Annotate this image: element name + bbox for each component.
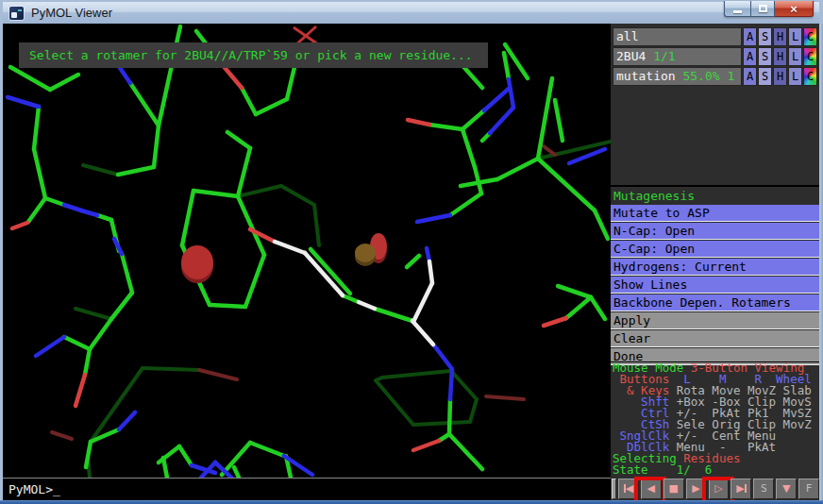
playback-button-step-forward[interactable]: ▷ <box>709 479 730 499</box>
object-action-button-a[interactable]: A <box>743 27 757 46</box>
object-action-button-s[interactable]: S <box>758 67 772 86</box>
object-action-button-h[interactable]: H <box>773 27 787 46</box>
bond-green <box>407 256 419 267</box>
bond-green <box>163 458 167 478</box>
mouse-mode-panel: Mouse Mode 3-Button Viewing Buttons L M … <box>611 361 819 476</box>
bond-green <box>462 110 484 129</box>
wizard-message-bar: Select a rotamer for 2BU4//A/TRP`59 or p… <box>19 42 488 68</box>
bond-green <box>449 399 450 434</box>
mutagenesis-button-hydrogens-current[interactable]: Hydrogens: Current <box>611 259 819 276</box>
maximize-button[interactable] <box>750 1 775 17</box>
bond-green <box>504 53 509 79</box>
molecule-scene <box>3 24 611 478</box>
clash-disc <box>355 244 376 262</box>
bond-red <box>413 441 439 450</box>
mutagenesis-button-mutate-to-asp[interactable]: Mutate to ASP <box>611 205 819 222</box>
object-state-text: 1/1 <box>653 49 675 63</box>
mutagenesis-button-apply[interactable]: Apply <box>611 312 819 329</box>
object-action-button-s[interactable]: S <box>758 47 772 66</box>
bond-dim_green <box>143 368 199 370</box>
s-mode-icon: S <box>761 483 767 494</box>
app-icon-dot <box>11 12 17 18</box>
object-name[interactable]: all <box>613 27 742 46</box>
bond-red <box>76 375 85 406</box>
bond-green <box>118 167 154 175</box>
window-border-bottom <box>0 500 823 504</box>
object-action-button-c[interactable]: C <box>803 27 817 46</box>
object-action-button-a[interactable]: A <box>743 67 757 86</box>
minimize-icon <box>733 10 742 13</box>
bond-dim_green <box>76 309 111 319</box>
minimize-button[interactable] <box>724 1 750 17</box>
object-action-button-c[interactable]: C <box>803 67 817 86</box>
mutagenesis-button-clear[interactable]: Clear <box>611 330 819 347</box>
object-action-button-l[interactable]: L <box>788 27 802 46</box>
bond-green <box>90 319 111 349</box>
bond-blue <box>490 108 513 133</box>
mutagenesis-button-backbone-depen-rotamers[interactable]: Backbone Depen. Rotamers <box>611 294 819 311</box>
side-panel: allASHLC2BU4 1/1ASHLCmutation 55.0% 1ASH… <box>611 24 819 500</box>
bond-dim_red <box>486 396 524 399</box>
mutagenesis-button-c-cap-open[interactable]: C-Cap: Open <box>611 241 819 258</box>
step-forward-icon: ▷ <box>714 483 722 494</box>
object-action-button-c[interactable]: C <box>803 47 817 66</box>
f-mode-icon: F <box>806 483 813 494</box>
object-action-button-l[interactable]: L <box>788 47 802 66</box>
bond-green <box>449 434 482 469</box>
app-icon-dash <box>18 9 22 11</box>
bond-green <box>250 443 284 456</box>
object-action-button-a[interactable]: A <box>743 47 757 66</box>
playback-button-s-mode[interactable]: S <box>753 479 774 499</box>
bond-green <box>159 26 180 126</box>
object-action-button-l[interactable]: L <box>788 67 802 86</box>
viewport-3d[interactable]: Select a rotamer for 2BU4//A/TRP`59 or p… <box>3 24 611 478</box>
object-row: allASHLC <box>613 27 817 46</box>
bond-dim_red <box>52 432 72 439</box>
object-state-text: 55.0% 1 <box>682 69 734 83</box>
bond-green <box>595 210 608 239</box>
mutagenesis-button-n-cap-open[interactable]: N-Cap: Open <box>611 223 819 240</box>
window-title: PyMOL Viewer <box>31 6 112 20</box>
bond-green <box>558 286 591 297</box>
close-icon: × <box>790 2 798 16</box>
bond-green <box>64 337 90 349</box>
play-icon: ▶ <box>692 483 699 494</box>
bond-green <box>450 193 481 215</box>
close-button[interactable]: × <box>775 1 814 17</box>
bond-green <box>50 75 78 90</box>
playback-button-skip-to-start[interactable]: ◀ <box>618 479 639 499</box>
bond-green <box>28 198 45 222</box>
mouse-matrix-text: State <box>613 462 677 477</box>
bond-dim_green <box>83 165 118 175</box>
bond-red <box>408 120 429 125</box>
bond-green <box>234 467 239 478</box>
bond-blue <box>434 345 452 369</box>
object-action-button-h[interactable]: H <box>773 67 787 86</box>
mutagenesis-button-show-lines[interactable]: Show Lines <box>611 277 819 294</box>
command-input[interactable]: PyMOL>_ <box>3 478 611 500</box>
mouse-matrix-line-9[interactable]: State 1/ 6 <box>613 464 819 476</box>
object-name[interactable]: mutation 55.0% 1 <box>613 67 742 86</box>
bond-blue <box>64 205 81 210</box>
panel-grip[interactable] <box>612 479 616 499</box>
bond-green <box>45 198 64 205</box>
playback-button-frame-rate[interactable]: ▼ <box>776 479 797 499</box>
object-action-button-h[interactable]: H <box>773 47 787 66</box>
bond-green <box>287 63 295 99</box>
step-back-icon: ◀ <box>647 483 655 494</box>
object-name[interactable]: 2BU4 1/1 <box>613 47 742 66</box>
bond-green <box>10 67 50 90</box>
skip-to-start-icon: ◀ <box>626 483 633 494</box>
playback-button-skip-to-end[interactable]: ▶ <box>731 479 751 499</box>
titlebar[interactable]: PyMOL Viewer <box>3 2 819 24</box>
object-action-button-s[interactable]: S <box>758 27 772 46</box>
object-list: allASHLC2BU4 1/1ASHLCmutation 55.0% 1ASH… <box>613 27 817 87</box>
bond-white <box>275 242 305 253</box>
playback-button-step-back[interactable]: ◀ <box>641 479 662 499</box>
playback-button-play[interactable]: ▶ <box>686 479 707 499</box>
bond-dim_green <box>376 378 382 380</box>
pymol-window: PyMOL Viewer × Select a rotamer for 2BU4… <box>0 0 823 504</box>
playback-button-f-mode[interactable]: F <box>798 479 819 499</box>
mutagenesis-header: Mutagenesis <box>611 187 819 205</box>
playback-button-stop[interactable]: ■ <box>663 479 684 499</box>
